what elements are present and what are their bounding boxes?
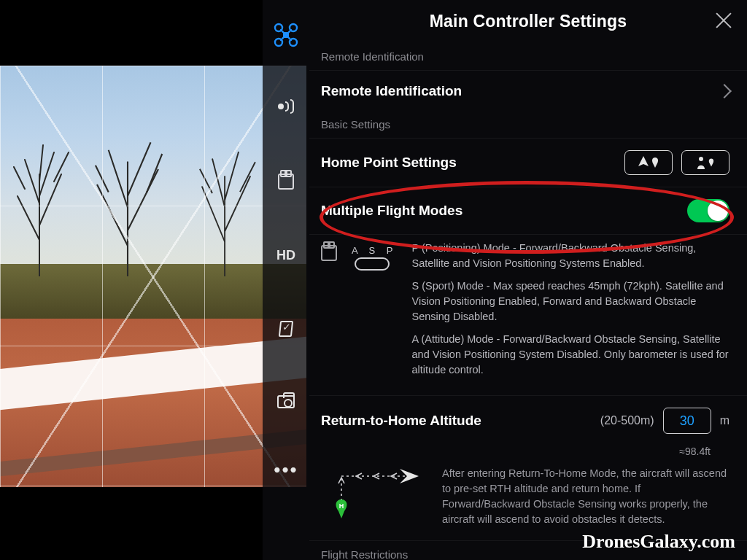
rth-range: (20-500m) bbox=[600, 414, 654, 427]
camera-feed bbox=[0, 66, 306, 487]
drone-icon[interactable] bbox=[263, 22, 309, 51]
svg-rect-4 bbox=[283, 32, 289, 38]
row-home-point-settings: Home Point Settings bbox=[309, 138, 747, 187]
chevron-right-icon bbox=[717, 84, 732, 98]
remote-id-icon[interactable] bbox=[263, 99, 309, 114]
mode-a-description: A (Attitude) Mode - Forward/Backward Obs… bbox=[412, 332, 729, 378]
settings-list[interactable]: Remote Identification Remote Identificat… bbox=[309, 43, 747, 560]
mode-p-description: P (Positioning) Mode - Forward/Backward … bbox=[412, 241, 729, 271]
flight-modes-description: A S P P (Positioning) Mode - Forward/Bac… bbox=[309, 234, 747, 395]
mode-s-description: S (Sport) Mode - Max speed reaches 45mph… bbox=[412, 279, 729, 324]
section-basic-settings: Basic Settings bbox=[309, 111, 747, 138]
hd-icon[interactable]: HD bbox=[263, 248, 309, 263]
rth-altitude-input[interactable]: 30 bbox=[663, 408, 711, 434]
rth-description: H After entering Return-To-Home Mode, th… bbox=[309, 463, 747, 540]
rth-description-text: After entering Return-To-Home Mode, the … bbox=[442, 466, 729, 527]
settings-panel: HD ••• Main Controller Settings Remote I… bbox=[263, 0, 747, 560]
svg-point-5 bbox=[699, 157, 703, 161]
close-icon[interactable] bbox=[713, 10, 734, 31]
settings-rail: HD ••• bbox=[263, 0, 309, 560]
section-remote-id: Remote Identification bbox=[309, 43, 747, 70]
row-label: Return-to-Home Altitude bbox=[321, 413, 600, 429]
checklist-icon[interactable] bbox=[263, 321, 309, 337]
page-title: Main Controller Settings bbox=[430, 12, 627, 31]
app-root: HD ••• Main Controller Settings Remote I… bbox=[0, 0, 747, 560]
row-rth-altitude: Return-to-Home Altitude (20-500m) 30 m bbox=[309, 395, 747, 446]
home-point-user-button[interactable] bbox=[681, 150, 729, 175]
row-remote-identification[interactable]: Remote Identification bbox=[309, 70, 747, 111]
camera-icon[interactable] bbox=[263, 395, 309, 408]
row-label: Home Point Settings bbox=[321, 155, 624, 171]
row-label: Remote Identification bbox=[321, 83, 719, 99]
mode-switch-icon: A S P bbox=[347, 245, 398, 271]
remote-controller-icon bbox=[321, 245, 337, 261]
svg-text:H: H bbox=[339, 502, 344, 510]
rth-approx: ≈98.4ft bbox=[309, 446, 747, 463]
rth-unit: m bbox=[720, 414, 729, 427]
rth-diagram-icon: H bbox=[321, 466, 423, 521]
remote-controller-icon[interactable] bbox=[263, 174, 309, 190]
watermark: DronesGalaxy.com bbox=[582, 531, 735, 553]
multiple-flight-modes-toggle[interactable] bbox=[687, 199, 729, 222]
row-label: Multiple Flight Modes bbox=[321, 203, 687, 219]
row-multiple-flight-modes: Multiple Flight Modes bbox=[309, 187, 747, 234]
home-point-aircraft-button[interactable] bbox=[624, 150, 673, 175]
titlebar: Main Controller Settings bbox=[309, 0, 747, 43]
